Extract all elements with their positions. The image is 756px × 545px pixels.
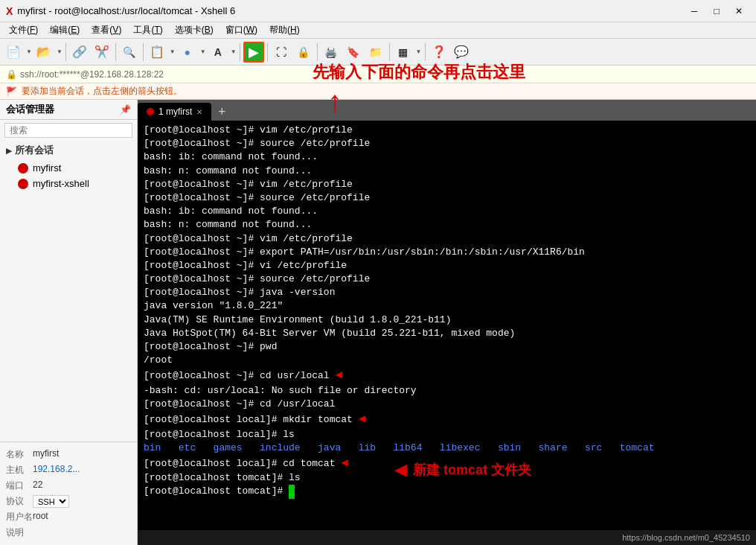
open-dropdown-arrow[interactable]: ▼ — [57, 48, 63, 55]
tab-label: 1 myfirst — [158, 106, 192, 117]
protocol-select[interactable]: SSH — [33, 495, 69, 508]
font-dropdown-arrow[interactable]: ▼ — [231, 48, 237, 55]
sidebar-title: 会话管理器 — [6, 103, 54, 116]
main-content: 会话管理器 📌 ▶ 所有会话 myfirst myfirst-xshell 名称… — [0, 100, 756, 545]
info-row-host: 主机 192.168.2... — [0, 462, 137, 478]
window-title: myfirst - root@localhost:/usr/local/tomc… — [17, 5, 683, 16]
info-text: 要添加当前会话，点击左侧的箭头按钮。 — [22, 85, 182, 98]
sep3 — [143, 43, 144, 61]
terminal-line: [root@localhost ~]# pwd — [144, 340, 750, 354]
copy-dropdown-arrow[interactable]: ▼ — [170, 48, 176, 55]
sidebar-item-myfirst-xshell[interactable]: myfirst-xshell — [0, 176, 137, 191]
all-sessions-label[interactable]: ▶ 所有会话 — [0, 141, 137, 160]
menu-view-label: 查看(V) — [92, 24, 121, 36]
maximize-button[interactable]: □ — [705, 4, 728, 19]
host-label: 主机 — [6, 464, 33, 477]
sep8 — [425, 43, 426, 61]
menu-tools-label: 工具(T) — [133, 24, 162, 36]
grid-dropdown-arrow[interactable]: ▼ — [416, 48, 422, 55]
menu-tools[interactable]: 工具(T) — [127, 22, 168, 39]
terminal-line: [root@localhost ~]# source /etc/profile — [144, 272, 750, 286]
grid-button[interactable]: ▦ — [393, 42, 414, 63]
menu-help-label: 帮助(H) — [269, 24, 300, 36]
copy-button[interactable]: 📋 — [147, 42, 167, 63]
session-label-xshell: myfirst-xshell — [33, 178, 89, 189]
terminal-line: bash: n: command not found... — [144, 218, 750, 232]
sidebar-spacer — [0, 191, 137, 442]
host-value: 192.168.2... — [33, 464, 131, 477]
menu-window[interactable]: 窗口(W) — [220, 22, 263, 39]
terminal-output[interactable]: [root@localhost ~]# vim /etc/profile [ro… — [138, 121, 756, 545]
menu-bar: 文件(F) 编辑(E) 查看(V) 工具(T) 选项卡(B) 窗口(W) 帮助(… — [0, 22, 756, 39]
info-row-port: 端口 22 — [0, 478, 137, 494]
terminal-line: [root@localhost ~]# cd usr/local ◀ — [144, 367, 750, 383]
triangle-icon: ▶ — [6, 147, 12, 155]
annotation-up-arrow: ↑ — [327, 83, 342, 119]
session-label-myfirst: myfirst — [33, 162, 61, 173]
flag-icon: 🚩 — [6, 86, 17, 97]
menu-tabs-label: 选项卡(B) — [175, 24, 214, 36]
name-value: myfirst — [33, 448, 131, 461]
connect-button[interactable]: 🔗 — [69, 42, 90, 63]
close-button[interactable]: ✕ — [728, 4, 750, 19]
terminal-line: java version "1.8.0_221" — [144, 299, 750, 313]
ssh-address: ssh://root:******@192.168.28.128:22 — [20, 69, 164, 80]
user-label: 用户名 — [6, 511, 33, 523]
menu-edit[interactable]: 编辑(E) — [44, 22, 86, 39]
sep4 — [240, 43, 240, 61]
lock-button[interactable]: 🔒 — [293, 42, 314, 63]
sep7 — [389, 43, 390, 61]
scripting-button[interactable]: ▶ — [243, 42, 264, 63]
print-button[interactable]: 🖨️ — [321, 42, 342, 63]
name-label: 名称 — [6, 448, 33, 461]
tomcat-annotation-text: 新建 tomcat 文件夹 — [413, 461, 531, 479]
menu-file[interactable]: 文件(F) — [3, 22, 44, 39]
chat-button[interactable]: 💬 — [451, 42, 472, 63]
session-dot-xshell — [18, 179, 28, 189]
terminal-line: [root@localhost ~]# vim /etc/profile — [144, 178, 750, 191]
font-button[interactable]: A — [208, 42, 228, 63]
terminal-line: [root@localhost ~]# cd /usr/local — [144, 398, 750, 411]
terminal-line: [root@localhost ~]# export PATH=/usr/bin… — [144, 246, 750, 259]
menu-tabs[interactable]: 选项卡(B) — [169, 22, 220, 39]
new-session-button[interactable]: 📄 — [3, 42, 24, 63]
window-controls: ─ □ ✕ — [683, 4, 750, 19]
terminal-line: [root@localhost ~]# java -version — [144, 286, 750, 299]
port-label: 端口 — [6, 479, 33, 492]
terminal-last-line: [root@localhost tomcat]# — [144, 485, 750, 498]
terminal-line: bash: ib: command not found... — [144, 205, 750, 218]
session-info-panel: 名称 myfirst 主机 192.168.2... 端口 22 协议 SSH … — [0, 442, 137, 545]
color-button[interactable]: ● — [177, 42, 198, 63]
new-dropdown-arrow[interactable]: ▼ — [26, 48, 32, 55]
note-value — [33, 526, 131, 539]
zoom-button[interactable]: 🔍 — [119, 42, 140, 63]
sidebar-item-myfirst[interactable]: myfirst — [0, 160, 137, 176]
color-dropdown-arrow[interactable]: ▼ — [200, 48, 206, 55]
info-row-protocol: 协议 SSH — [0, 494, 137, 509]
bookmark-button[interactable]: 🔖 — [343, 42, 364, 63]
disconnect-button[interactable]: ✂️ — [92, 42, 112, 63]
info-row-user: 用户名 root — [0, 509, 137, 525]
tomcat-arrow-icon: ◀ — [394, 460, 407, 479]
note-label: 说明 — [6, 526, 33, 539]
tab-myfirst[interactable]: 1 myfirst ✕ — [138, 103, 211, 121]
open-button[interactable]: 📂 — [33, 42, 54, 63]
user-value: root — [33, 511, 131, 523]
minimize-button[interactable]: ─ — [683, 4, 705, 19]
tab-close-icon[interactable]: ✕ — [196, 108, 202, 116]
add-tab-button[interactable]: + — [213, 103, 231, 121]
terminal-line: -bash: cd: usr/local: No such file or di… — [144, 384, 750, 398]
fullscreen-button[interactable]: ⛶ — [271, 42, 292, 63]
folder-button[interactable]: 📁 — [365, 42, 386, 63]
sidebar-search-input[interactable] — [4, 123, 132, 138]
menu-help[interactable]: 帮助(H) — [263, 22, 306, 39]
info-row-note: 说明 — [0, 525, 137, 541]
terminal-line: bash: n: command not found... — [144, 165, 750, 178]
help-button[interactable]: ❓ — [429, 42, 449, 63]
sidebar-header: 会话管理器 📌 — [0, 100, 137, 120]
all-sessions-text: 所有会话 — [15, 144, 54, 157]
menu-file-label: 文件(F) — [9, 24, 38, 36]
terminal-line: Java HotSpot(TM) 64-Bit Server VM (build… — [144, 327, 750, 340]
menu-view[interactable]: 查看(V) — [86, 22, 127, 39]
terminal-cursor — [289, 485, 295, 498]
